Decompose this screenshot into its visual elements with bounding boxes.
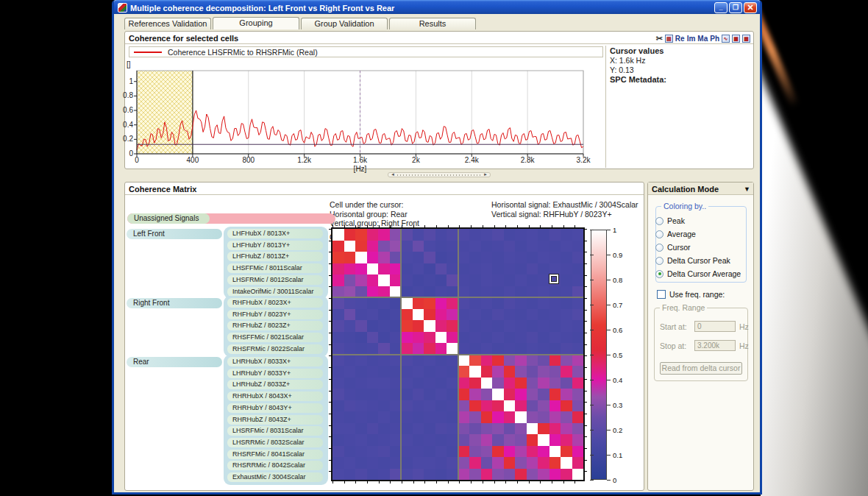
signal-pill[interactable]: RHSFRMic / 8022Scalar <box>227 344 323 354</box>
heatmap-cell[interactable] <box>458 263 470 275</box>
heatmap-cell[interactable] <box>413 320 424 332</box>
heatmap-cell[interactable] <box>481 241 493 252</box>
heatmap-cell[interactable] <box>504 389 516 400</box>
radio-delta-cursor-peak[interactable]: Delta Cursor Peak <box>655 256 730 265</box>
heatmap-cell[interactable] <box>469 411 481 423</box>
heatmap-cell[interactable] <box>332 309 344 321</box>
heatmap-cell[interactable] <box>447 446 458 458</box>
heatmap-cell[interactable] <box>344 309 356 321</box>
heatmap-cell[interactable] <box>435 411 447 423</box>
heatmap-cell[interactable] <box>538 274 549 286</box>
heatmap-cell[interactable] <box>572 332 584 344</box>
heatmap-cell[interactable] <box>355 252 367 263</box>
heatmap-cell[interactable] <box>515 457 527 469</box>
heatmap-cell[interactable] <box>367 274 379 286</box>
heatmap-cell[interactable] <box>572 411 584 423</box>
heatmap-cell[interactable] <box>447 400 458 412</box>
signal-pill[interactable]: LHFHubX / 8013X+ <box>227 229 323 238</box>
heatmap-cell[interactable] <box>538 469 549 481</box>
heatmap-cell[interactable] <box>504 343 516 355</box>
heatmap-cell[interactable] <box>469 320 481 332</box>
heatmap-cell[interactable] <box>504 274 516 286</box>
heatmap-cell[interactable] <box>332 229 344 241</box>
heatmap-cell[interactable] <box>344 343 356 355</box>
heatmap-cell[interactable] <box>549 343 561 355</box>
heatmap-cell[interactable] <box>367 446 379 458</box>
heatmap-cell[interactable] <box>413 366 424 378</box>
heatmap-cell[interactable] <box>538 400 549 412</box>
heatmap-cell[interactable] <box>538 320 549 332</box>
heatmap-cell[interactable] <box>390 297 402 309</box>
heatmap-cell[interactable] <box>549 355 561 366</box>
heatmap-cell[interactable] <box>515 366 527 378</box>
heatmap-cell[interactable] <box>572 297 584 309</box>
heatmap-cell[interactable] <box>447 411 458 423</box>
heatmap-cell[interactable] <box>447 469 458 481</box>
heatmap-cell[interactable] <box>492 252 504 263</box>
heatmap-cell[interactable] <box>572 423 584 435</box>
heatmap-cell[interactable] <box>572 400 584 412</box>
calculation-mode-header[interactable]: Calculation Mode ▼ <box>648 183 753 195</box>
heatmap-cell[interactable] <box>561 332 572 344</box>
heatmap-cell[interactable] <box>469 263 481 275</box>
heatmap-cell[interactable] <box>469 297 481 309</box>
heatmap-cell[interactable] <box>390 274 402 286</box>
heatmap-cell[interactable] <box>447 378 458 389</box>
heatmap-cell[interactable] <box>469 366 481 378</box>
heatmap-cell[interactable] <box>367 332 379 344</box>
minimize-button[interactable]: _ <box>714 2 728 13</box>
heatmap-cell[interactable] <box>561 423 572 435</box>
heatmap-cell[interactable] <box>390 411 402 423</box>
heatmap-cell[interactable] <box>469 389 481 400</box>
heatmap-cell[interactable] <box>458 297 470 309</box>
heatmap-cell[interactable] <box>401 446 413 458</box>
heatmap-cell[interactable] <box>435 297 447 309</box>
signal-pill[interactable]: RHRHubZ / 8043Z+ <box>227 415 323 425</box>
heatmap-cell[interactable] <box>367 229 379 241</box>
heatmap-cell[interactable] <box>344 252 356 263</box>
heatmap-cell[interactable] <box>549 446 561 458</box>
heatmap-cell[interactable] <box>504 378 516 389</box>
heatmap-cell[interactable] <box>367 423 379 435</box>
heatmap-cell[interactable] <box>413 423 424 435</box>
heatmap-cell[interactable] <box>344 263 356 275</box>
heatmap-cell[interactable] <box>344 469 356 481</box>
splitter-left-arrow-icon[interactable]: ◄ <box>391 173 395 177</box>
heatmap-cell[interactable] <box>344 355 356 366</box>
heatmap-cell[interactable] <box>549 366 561 378</box>
heatmap-cell[interactable] <box>481 309 493 321</box>
heatmap-cell[interactable] <box>504 297 516 309</box>
heatmap-cell[interactable] <box>447 309 458 321</box>
heatmap-cell[interactable] <box>378 263 390 275</box>
heatmap-cell[interactable] <box>572 229 584 241</box>
heatmap-cell[interactable] <box>355 411 367 423</box>
heatmap-cell[interactable] <box>401 263 413 275</box>
heatmap-cell[interactable] <box>332 423 344 435</box>
heatmap-cell[interactable] <box>367 252 379 263</box>
heatmap-cell[interactable] <box>435 286 447 298</box>
splitter-right-arrow-icon[interactable]: ► <box>483 173 488 177</box>
close-button[interactable]: ✕ <box>744 2 757 13</box>
heatmap-cell[interactable] <box>447 355 458 366</box>
heatmap-cell[interactable] <box>561 263 572 275</box>
heatmap-cell[interactable] <box>492 389 504 400</box>
heatmap-cell[interactable] <box>332 411 344 423</box>
restore-button[interactable]: ❐ <box>729 2 742 13</box>
heatmap-cell[interactable] <box>390 446 402 458</box>
heatmap-cell[interactable] <box>332 320 344 332</box>
heatmap-cell[interactable] <box>504 355 516 366</box>
heatmap-cell[interactable] <box>527 274 538 286</box>
heatmap-cell[interactable] <box>504 320 516 332</box>
heatmap-cell[interactable] <box>378 286 390 298</box>
radio-button-icon[interactable] <box>655 270 664 278</box>
heatmap-cell[interactable] <box>332 446 344 458</box>
heatmap-cell[interactable] <box>413 446 424 458</box>
heatmap-cell[interactable] <box>549 411 561 423</box>
heatmap-cell[interactable] <box>435 332 447 344</box>
use-freq-range-checkbox[interactable] <box>657 290 666 299</box>
heatmap-cell[interactable] <box>435 446 447 458</box>
heatmap-cell[interactable] <box>344 332 356 344</box>
heatmap-cell[interactable] <box>572 366 584 378</box>
heatmap-cell[interactable] <box>504 309 516 321</box>
heatmap-cell[interactable] <box>481 355 493 366</box>
